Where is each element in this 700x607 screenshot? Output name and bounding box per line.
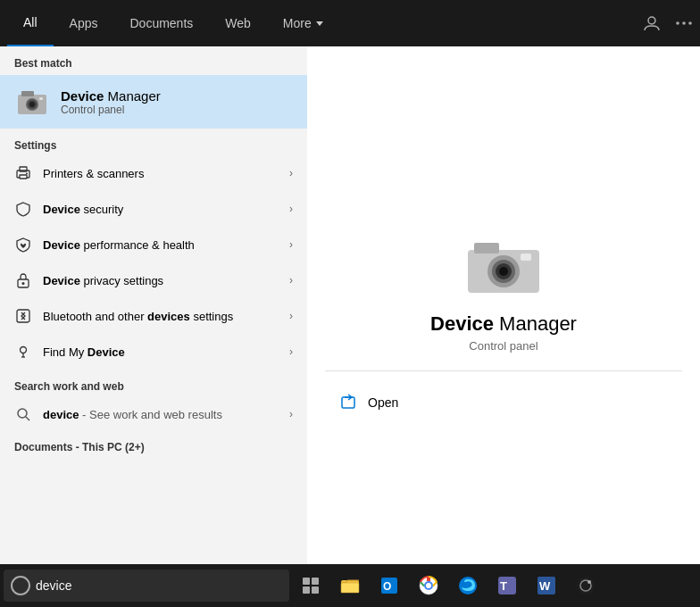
- svg-point-19: [18, 409, 27, 418]
- word-icon[interactable]: W: [529, 568, 564, 603]
- settings-label: Settings: [0, 129, 307, 155]
- svg-point-41: [426, 583, 431, 588]
- explorer-icon[interactable]: [332, 568, 368, 603]
- svg-point-4: [688, 21, 692, 25]
- taskbar-search-box[interactable]: [4, 570, 289, 602]
- documents-label: Documents - This PC (2+): [0, 432, 307, 457]
- device-security-text: Device security: [43, 203, 279, 216]
- action-row: Open: [325, 386, 682, 420]
- tab-documents[interactable]: Documents: [113, 0, 209, 46]
- svg-rect-32: [303, 586, 310, 594]
- svg-point-47: [577, 577, 595, 595]
- chevron-down-icon: [315, 19, 324, 28]
- detail-device-manager-icon: [463, 234, 544, 298]
- task-view-icon[interactable]: [293, 568, 329, 603]
- device-performance-chevron: ›: [289, 238, 293, 251]
- menu-printers[interactable]: Printers & scanners ›: [0, 155, 307, 191]
- open-label: Open: [368, 395, 398, 410]
- svg-point-25: [499, 267, 508, 276]
- right-panel: Device Manager Control panel Open: [307, 46, 700, 607]
- best-match-text: Device Manager Control panel: [61, 88, 161, 116]
- bluetooth-icon: [14, 307, 32, 325]
- printers-text: Printers & scanners: [43, 167, 279, 180]
- search-web-icon: [14, 405, 32, 423]
- outlook-icon[interactable]: O: [371, 568, 407, 603]
- detail-area: Device Manager Control panel Open: [307, 46, 700, 607]
- svg-point-16: [22, 282, 25, 285]
- menu-find-device[interactable]: Find My Device ›: [0, 334, 307, 370]
- tab-all[interactable]: All: [7, 0, 54, 46]
- search-web-text: device - See work and web results: [43, 408, 279, 421]
- svg-rect-28: [342, 397, 354, 408]
- svg-rect-26: [474, 243, 499, 254]
- svg-text:W: W: [539, 579, 551, 593]
- svg-marker-0: [316, 21, 323, 26]
- tab-web[interactable]: Web: [209, 0, 267, 46]
- edge-icon[interactable]: [450, 568, 486, 603]
- device-security-chevron: ›: [289, 203, 293, 215]
- search-web-chevron: ›: [289, 408, 293, 420]
- svg-rect-13: [20, 175, 27, 179]
- chrome-icon[interactable]: [411, 568, 446, 603]
- svg-point-18: [21, 347, 27, 353]
- ellipsis-icon[interactable]: [675, 21, 693, 26]
- open-icon: [339, 393, 359, 412]
- detail-title: Device Manager: [430, 312, 577, 336]
- nav-right: [643, 14, 693, 32]
- svg-rect-27: [521, 254, 531, 261]
- shield-heart-icon: [14, 236, 32, 254]
- bluetooth-text: Bluetooth and other devices settings: [43, 310, 279, 323]
- svg-rect-6: [21, 91, 34, 96]
- device-privacy-text: Device privacy settings: [43, 274, 279, 287]
- privacy-icon: [14, 271, 32, 289]
- printers-chevron: ›: [289, 167, 293, 179]
- svg-rect-30: [303, 578, 310, 585]
- action-open[interactable]: Open: [325, 386, 682, 420]
- detail-subtitle: Control panel: [469, 339, 538, 353]
- device-privacy-chevron: ›: [289, 274, 293, 287]
- best-match-subtitle: Control panel: [61, 104, 161, 116]
- top-nav: All Apps Documents Web More: [0, 0, 700, 46]
- shield-icon: [14, 200, 32, 218]
- svg-point-49: [588, 580, 591, 584]
- best-match-item[interactable]: Device Manager Control panel: [0, 75, 307, 129]
- svg-rect-10: [39, 97, 43, 100]
- svg-point-2: [676, 21, 679, 25]
- svg-text:T: T: [500, 579, 507, 593]
- find-device-text: Find My Device: [43, 345, 279, 359]
- taskbar: O T W: [0, 564, 700, 607]
- svg-rect-31: [312, 578, 319, 585]
- svg-text:O: O: [383, 580, 391, 593]
- svg-rect-33: [312, 586, 319, 594]
- menu-device-security[interactable]: Device security ›: [0, 191, 307, 227]
- svg-rect-17: [17, 310, 29, 322]
- search-web-label: Search work and web: [0, 370, 307, 396]
- find-device-chevron: ›: [289, 345, 293, 358]
- svg-point-1: [648, 17, 655, 24]
- svg-line-20: [26, 417, 29, 420]
- best-match-title: Device Manager: [61, 88, 161, 104]
- svg-rect-36: [341, 583, 359, 593]
- dev-icon[interactable]: [568, 568, 604, 603]
- device-manager-icon: [14, 84, 50, 120]
- menu-device-performance[interactable]: Device performance & health ›: [0, 227, 307, 262]
- user-icon[interactable]: [643, 14, 661, 32]
- svg-point-3: [682, 21, 686, 25]
- best-match-label: Best match: [0, 46, 307, 75]
- search-web-item[interactable]: device - See work and web results ›: [0, 396, 307, 432]
- menu-bluetooth[interactable]: Bluetooth and other devices settings ›: [0, 298, 307, 334]
- find-icon: [14, 343, 32, 361]
- search-circle-icon: [11, 576, 30, 595]
- menu-device-privacy[interactable]: Device privacy settings ›: [0, 262, 307, 298]
- left-panel: Best match Device Manager Control panel: [0, 46, 307, 607]
- detail-divider: [325, 370, 682, 371]
- teams-icon[interactable]: T: [489, 568, 525, 603]
- taskbar-search-input[interactable]: [36, 578, 232, 593]
- printer-icon: [14, 164, 32, 182]
- tab-apps[interactable]: Apps: [54, 0, 114, 46]
- device-performance-text: Device performance & health: [43, 238, 279, 252]
- svg-point-14: [26, 173, 28, 175]
- tab-more[interactable]: More: [267, 0, 340, 46]
- svg-point-9: [29, 102, 35, 107]
- main-container: Best match Device Manager Control panel: [0, 46, 700, 607]
